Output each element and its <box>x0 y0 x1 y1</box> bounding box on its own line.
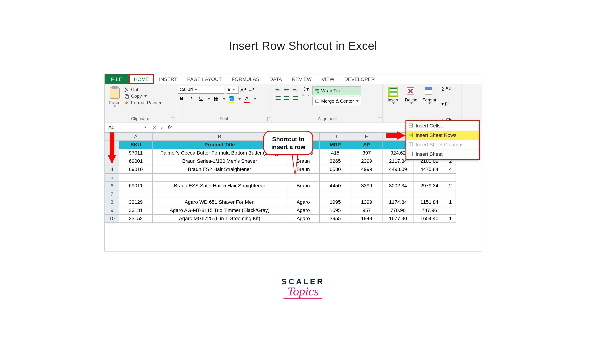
header-sku[interactable]: SKU <box>119 141 152 149</box>
autosum-button[interactable]: ∑ Au <box>441 86 459 91</box>
cell[interactable]: 3002.34 <box>382 182 414 190</box>
cell[interactable] <box>445 206 456 214</box>
align-right-button[interactable] <box>291 94 299 102</box>
cell[interactable]: 4475.84 <box>414 165 445 173</box>
cell[interactable]: 1 <box>445 214 456 223</box>
align-bottom-button[interactable] <box>291 86 299 93</box>
delete-button[interactable]: Delete <box>403 87 419 104</box>
cell[interactable]: Agaro WD 651 Shaver For Men <box>152 198 287 206</box>
cell[interactable] <box>414 190 445 198</box>
cell[interactable]: 4999 <box>351 165 382 173</box>
cell[interactable] <box>445 173 456 182</box>
font-size-combo[interactable]: 9 <box>226 86 239 94</box>
row-header-4[interactable]: 4 <box>105 165 119 173</box>
row-header-10[interactable]: 10 <box>105 214 119 223</box>
copy-button[interactable]: Copy <box>124 93 162 99</box>
cell[interactable]: 1654.40 <box>414 214 445 223</box>
menu-insert-cells[interactable]: Insert Cells... <box>406 121 479 131</box>
cell[interactable]: 3955 <box>320 214 351 223</box>
blank-row-7[interactable]: 7 <box>105 190 482 198</box>
cell[interactable]: 69011 <box>119 182 152 190</box>
dialog-launcher-icon[interactable] <box>378 117 382 121</box>
cell[interactable]: 2399 <box>351 157 382 165</box>
align-top-button[interactable] <box>274 86 282 93</box>
cell[interactable]: 1 <box>445 198 456 206</box>
cut-button[interactable]: Cut <box>124 87 162 92</box>
cell[interactable]: 1595 <box>320 206 351 214</box>
cell[interactable]: 97011 <box>119 149 152 157</box>
dialog-launcher-icon[interactable] <box>171 117 175 121</box>
row-header-9[interactable]: 9 <box>105 206 119 214</box>
decrease-indent-button[interactable]: ⇤ <box>302 93 305 97</box>
cell[interactable]: Agaro <box>287 206 320 214</box>
cell[interactable]: 397 <box>351 149 382 157</box>
cell[interactable]: Braun ESS Satin Hair 5 Hair Straightener <box>152 182 287 190</box>
underline-button[interactable]: U <box>197 95 205 103</box>
cell[interactable] <box>382 173 414 182</box>
decrease-font-icon[interactable]: A▼ <box>249 87 255 92</box>
cell[interactable]: 1151.84 <box>414 198 445 206</box>
fill-button[interactable]: ▾ Fil <box>441 102 459 107</box>
col-header-D[interactable]: D <box>320 132 351 141</box>
cell[interactable] <box>320 173 351 182</box>
wrap-text-button[interactable]: Wrap Text <box>312 86 361 95</box>
cell[interactable] <box>414 173 445 182</box>
cell[interactable]: Agaro <box>287 214 320 223</box>
name-box[interactable]: A5 <box>106 124 149 131</box>
col-header-A[interactable]: A <box>119 132 152 141</box>
italic-button[interactable]: I <box>188 95 195 103</box>
cell[interactable]: 1174.84 <box>382 198 414 206</box>
tab-file[interactable]: FILE <box>105 74 129 84</box>
format-button[interactable]: Format <box>421 87 438 104</box>
cell[interactable]: 69010 <box>119 165 152 173</box>
borders-button[interactable]: ▦ <box>213 95 220 103</box>
tab-formulas[interactable]: FORMULAS <box>227 74 265 84</box>
cell[interactable]: 747.96 <box>414 206 445 214</box>
cell[interactable]: 6530 <box>320 165 351 173</box>
cell[interactable]: 33131 <box>119 206 152 214</box>
format-painter-button[interactable]: Format Painter <box>124 100 162 105</box>
align-center-button[interactable] <box>283 94 290 102</box>
increase-font-icon[interactable]: A▲ <box>240 86 247 93</box>
header-mrp[interactable]: MRP <box>320 141 351 149</box>
cell[interactable]: Agaro AG-MT-8115 Trio Timmer (Black/Gray… <box>152 206 287 214</box>
cell[interactable]: 957 <box>351 206 382 214</box>
cancel-formula-icon[interactable]: ✕ <box>152 124 157 130</box>
cell[interactable]: Braun <box>287 182 320 190</box>
cell[interactable] <box>320 190 351 198</box>
menu-insert-sheet[interactable]: Insert Sheet <box>406 150 479 159</box>
cell[interactable]: 4493.09 <box>382 165 414 173</box>
active-cell-A5[interactable] <box>119 173 152 182</box>
cell[interactable]: 1677.40 <box>382 214 414 223</box>
cell[interactable]: Agaro <box>287 198 320 206</box>
header-sp[interactable]: SP <box>351 141 382 149</box>
cell[interactable]: 69001 <box>119 157 152 165</box>
cell[interactable]: 415 <box>320 149 351 157</box>
cell[interactable]: 3399 <box>351 182 382 190</box>
fx-icon[interactable]: fx <box>168 124 172 130</box>
insert-button[interactable]: Insert <box>385 87 401 104</box>
align-middle-button[interactable] <box>283 86 290 93</box>
cell[interactable]: 4450 <box>320 182 351 190</box>
font-name-combo[interactable]: Calibri <box>178 86 224 94</box>
cell[interactable] <box>119 190 152 198</box>
enter-formula-icon[interactable]: ✓ <box>160 124 165 130</box>
cell[interactable] <box>152 190 287 198</box>
row-header-6[interactable]: 6 <box>105 182 119 190</box>
cell[interactable]: 770.96 <box>382 206 414 214</box>
cell[interactable] <box>351 173 382 182</box>
cell[interactable] <box>351 190 382 198</box>
tab-developer[interactable]: DEVELOPER <box>339 74 380 84</box>
cell[interactable] <box>382 190 414 198</box>
col-header-E[interactable]: E <box>351 132 382 141</box>
tab-review[interactable]: REVIEW <box>287 74 317 84</box>
bold-button[interactable]: B <box>178 95 185 103</box>
tab-insert[interactable]: INSERT <box>154 74 182 84</box>
cell[interactable]: 1399 <box>351 198 382 206</box>
cell[interactable]: 1949 <box>351 214 382 223</box>
cell[interactable]: 33129 <box>119 198 152 206</box>
tab-view[interactable]: VIEW <box>317 74 339 84</box>
cell[interactable]: 2979.34 <box>414 182 445 190</box>
cell[interactable] <box>445 190 456 198</box>
row-header-8[interactable]: 8 <box>105 198 119 206</box>
